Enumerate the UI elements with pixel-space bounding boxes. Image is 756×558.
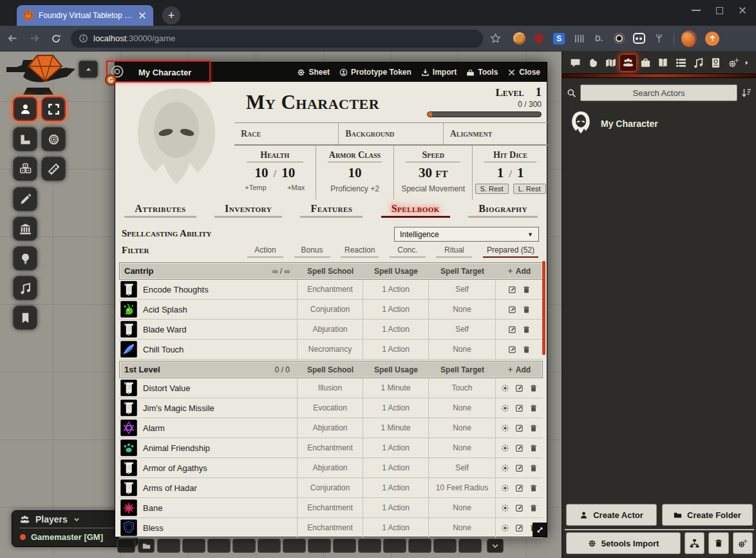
- players-header[interactable]: Players: [20, 514, 129, 528]
- delete-button[interactable]: [708, 532, 728, 554]
- filter-bonus[interactable]: Bonus: [294, 245, 330, 258]
- sounds-controls-button[interactable]: [13, 276, 37, 300]
- prepared-toggle-icon[interactable]: [501, 404, 509, 412]
- extension-eye-icon[interactable]: [611, 31, 627, 46]
- prototype-token-button[interactable]: Prototype Token: [339, 68, 411, 77]
- tab-attributes[interactable]: Attributes: [124, 203, 196, 218]
- tab-playlists[interactable]: [690, 54, 707, 72]
- ruler-tool-button[interactable]: [41, 157, 66, 181]
- create-actor-button[interactable]: Create Actor: [566, 504, 657, 526]
- hotbar-folder-button[interactable]: [138, 539, 155, 553]
- sidebar-collapse-button[interactable]: [742, 54, 751, 72]
- extension-d-icon[interactable]: D.: [591, 31, 607, 46]
- tab-actors[interactable]: [619, 54, 637, 72]
- spell-name-cell[interactable]: Chill Touch: [119, 340, 297, 359]
- delete-icon[interactable]: [522, 345, 531, 354]
- spell-name-cell[interactable]: Bless: [119, 518, 297, 537]
- bookmark-star-icon[interactable]: [487, 30, 504, 47]
- macro-slot[interactable]: [458, 539, 482, 553]
- alignment-field[interactable]: Alignment: [444, 123, 548, 144]
- spell-name-cell[interactable]: Distort Value: [119, 378, 297, 398]
- site-info-icon[interactable]: [79, 34, 88, 43]
- edit-icon[interactable]: [515, 384, 524, 392]
- edit-icon[interactable]: [515, 464, 524, 472]
- walls-controls-button[interactable]: [13, 216, 37, 241]
- measure-controls-button[interactable]: [13, 127, 37, 151]
- edit-icon[interactable]: [508, 345, 516, 354]
- tab-spellbook[interactable]: Spellbook: [381, 203, 450, 218]
- edit-icon[interactable]: [515, 524, 524, 532]
- macro-slot[interactable]: [258, 539, 281, 553]
- close-window-button[interactable]: Close: [507, 68, 540, 77]
- sitemap-button[interactable]: [685, 532, 704, 554]
- spell-name-cell[interactable]: Blade Ward: [119, 320, 297, 339]
- add-spell-button[interactable]: Add: [496, 267, 542, 276]
- collapse-controls-button[interactable]: [79, 61, 98, 78]
- tab-features[interactable]: Features: [300, 203, 363, 218]
- edit-icon[interactable]: [515, 424, 524, 432]
- character-name-field[interactable]: My Character: [246, 91, 379, 114]
- temp-hp-label[interactable]: +Temp: [245, 184, 266, 191]
- macro-slot[interactable]: [383, 539, 406, 553]
- tools-button[interactable]: Tools: [466, 68, 498, 77]
- tab-combat[interactable]: [584, 54, 601, 72]
- forward-button[interactable]: [24, 29, 44, 48]
- tab-tables[interactable]: [672, 54, 690, 72]
- extension-obs-icon[interactable]: [631, 31, 647, 46]
- hp-max[interactable]: 10: [281, 165, 295, 180]
- sheet-config-button[interactable]: Sheet: [297, 68, 330, 77]
- macro-slot[interactable]: [308, 539, 331, 553]
- lighting-controls-button[interactable]: [13, 246, 37, 271]
- prepared-toggle-icon[interactable]: [501, 524, 509, 532]
- filter-concentration[interactable]: Conc.: [390, 245, 426, 258]
- background-field[interactable]: Background: [339, 123, 443, 144]
- notes-controls-button[interactable]: [13, 305, 37, 330]
- prepared-toggle-icon[interactable]: [501, 424, 509, 432]
- spell-name-cell[interactable]: Encode Thoughts: [119, 280, 297, 299]
- tab-journal[interactable]: [654, 54, 672, 72]
- settings-button[interactable]: [733, 532, 753, 554]
- new-tab-button[interactable]: +: [162, 6, 180, 24]
- extension-s-icon[interactable]: S: [551, 31, 567, 46]
- macro-slot[interactable]: [182, 539, 205, 553]
- delete-icon[interactable]: [522, 325, 531, 334]
- spell-name-cell[interactable]: Alarm: [119, 418, 297, 438]
- delete-icon[interactable]: [529, 504, 538, 512]
- extension-ublock-icon[interactable]: [531, 31, 547, 46]
- tab-scenes[interactable]: [602, 54, 619, 72]
- delete-icon[interactable]: [529, 404, 538, 412]
- spell-name-cell[interactable]: Arms of Hadar: [119, 478, 297, 497]
- edit-icon[interactable]: [508, 305, 516, 314]
- speed-value[interactable]: 30 ft: [394, 165, 472, 181]
- delete-icon[interactable]: [529, 464, 538, 472]
- macro-slot[interactable]: [157, 539, 180, 553]
- extension-sliders-icon[interactable]: [571, 31, 587, 46]
- browser-tab[interactable]: Foundry Virtual Tabletop • A Stan: [17, 5, 153, 26]
- select-tool-button[interactable]: [41, 97, 66, 121]
- spell-name-cell[interactable]: Acid Splash: [119, 300, 297, 319]
- tab-items[interactable]: [637, 54, 654, 72]
- max-hp-label[interactable]: +Max: [287, 184, 305, 191]
- macro-slot[interactable]: [358, 539, 381, 553]
- section-slots[interactable]: 0 / 0: [275, 365, 298, 374]
- section-slots[interactable]: ∞ / ∞: [272, 267, 298, 276]
- edit-icon[interactable]: [515, 444, 524, 452]
- prepared-toggle-icon[interactable]: [501, 384, 509, 392]
- tiles-controls-button[interactable]: [13, 157, 37, 181]
- long-rest-button[interactable]: L. Rest: [513, 184, 546, 194]
- edit-icon[interactable]: [515, 484, 524, 492]
- add-spell-button[interactable]: Add: [496, 365, 542, 374]
- extension-cookie-icon[interactable]: [511, 31, 527, 46]
- spell-name-cell[interactable]: Armor of Agathys: [119, 458, 297, 477]
- macro-slot[interactable]: [433, 539, 457, 553]
- reload-button[interactable]: [46, 29, 66, 48]
- spellcasting-ability-select[interactable]: Intelligence ▼: [394, 227, 539, 242]
- macro-slot[interactable]: [207, 539, 231, 553]
- race-field[interactable]: Race: [234, 123, 339, 144]
- window-minimize-button[interactable]: [685, 0, 707, 21]
- tab-chat[interactable]: [567, 54, 584, 72]
- macro-slot[interactable]: [283, 539, 306, 553]
- macro-slot[interactable]: [408, 539, 431, 553]
- window-maximize-button[interactable]: [708, 0, 730, 21]
- delete-icon[interactable]: [529, 424, 538, 432]
